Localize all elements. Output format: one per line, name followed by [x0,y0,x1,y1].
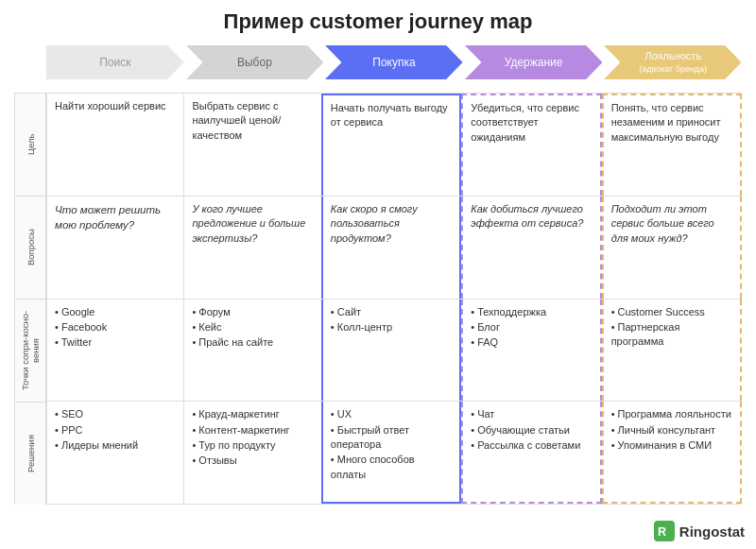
list-item: Customer Success [611,305,732,319]
list-tochki-3: Техподдержка Блог FAQ [471,305,592,351]
row-label-tsel: Цель [14,93,46,196]
cell-resheniya-4: Программа лояльности Личный консультант … [602,402,742,504]
list-item: Прайс на сайте [192,335,313,350]
stage-vybor: Выбор [186,45,324,79]
cell-resheniya-0: SEO PPC Лидеры мнений [46,402,183,504]
list-item: Много способов оплаты [331,453,452,482]
list-resheniya-4: Программа лояльности Личный консультант … [611,407,732,453]
list-item: FAQ [471,335,592,350]
cell-tsel-1: Выбрать сервис с наилучшей ценой/качеств… [183,94,320,196]
row-label-resheniya: Решения [14,402,46,505]
stage-poisk-label: Поиск [92,56,138,69]
cell-tsel-2: Начать получать выгоду от сервиса [321,94,461,196]
cell-voprosy-3: Как добиться лучшего эффекта от сервиса? [461,197,601,299]
list-item: Партнерская программа [611,320,732,350]
list-item: Техподдержка [471,305,592,319]
cell-tsel-4: Понять, что сервис незаменим и приносит … [602,94,742,196]
logo-text: Ringostat [679,523,745,540]
list-item: SEO [55,407,176,421]
list-item: Отзывы [192,454,313,468]
row-tochki: Google Facebook Twitter Форум Кейс Прайс… [46,299,742,402]
stage-pokupka: Покупка [325,45,463,79]
stage-pokupka-label: Покупка [365,56,422,69]
list-item: Чат [471,407,592,421]
list-item: Рассылка с советами [471,438,592,453]
row-label-voprosy: Вопросы [14,196,46,299]
list-item: Тур по продукту [192,438,313,453]
list-item: Блог [471,320,592,335]
cell-tochki-1: Форум Кейс Прайс на сайте [183,300,320,402]
list-item: Лидеры мнений [55,438,176,453]
list-resheniya-3: Чат Обучающие статьи Рассылка с советами [471,407,592,453]
cell-voprosy-2: Как скоро я смогу пользоваться продуктом… [321,197,461,299]
row-voprosy: Что может решить мою проблему? У кого лу… [46,196,742,299]
stage-loyalnost: Лояльность(адвокат бренда) [604,45,742,79]
svg-text:R: R [658,525,666,539]
stage-uderzhanie: Удержание [465,45,603,79]
cell-resheniya-1: Крауд-маркетинг Контент-маркетинг Тур по… [183,402,320,504]
list-resheniya-2: UX Быстрый ответ оператора Много способо… [331,407,452,482]
list-item: PPC [55,423,176,437]
list-tochki-1: Форум Кейс Прайс на сайте [192,305,313,351]
page-title: Пример customer journey map [14,9,742,34]
row-labels-col: Цель Вопросы Точки сопри-косно-вения Реш… [14,42,46,505]
cell-resheniya-3: Чат Обучающие статьи Рассылка с советами [461,402,601,504]
list-item: Кейс [192,320,313,335]
stages-row: Поиск Выбор Покупка [46,42,742,93]
list-resheniya-1: Крауд-маркетинг Контент-маркетинг Тур по… [192,407,313,469]
row-label-tochki: Точки сопри-косно-вения [14,299,46,402]
row-tsel: Найти хороший сервис Выбрать сервис с на… [46,93,742,196]
list-item: Программа лояльности [611,407,732,421]
list-item: Крауд-маркетинг [192,407,313,421]
stage-uderzhanie-label: Удержание [497,56,571,69]
cell-voprosy-0: Что может решить мою проблему? [46,197,183,299]
row-resheniya: SEO PPC Лидеры мнений Крауд-маркетинг Ко… [46,401,742,505]
cell-resheniya-2: UX Быстрый ответ оператора Много способо… [321,402,461,504]
list-item: Google [55,305,176,319]
cell-tsel-3: Убедиться, что сервис соответствует ожид… [461,94,601,196]
cell-tochki-3: Техподдержка Блог FAQ [461,300,601,402]
list-item: Контент-маркетинг [192,423,313,437]
page: Пример customer journey map Цель Вопросы… [0,0,756,549]
ringostat-logo-icon: R [654,521,675,541]
cell-voprosy-4: Подходит ли этот сервис больше всего для… [602,197,742,299]
list-item: Facebook [55,320,176,335]
cell-tochki-4: Customer Success Партнерская программа [602,300,742,402]
list-item: Быстрый ответ оператора [331,423,452,453]
list-item: Упоминания в СМИ [611,438,732,453]
list-item: Twitter [55,335,176,350]
list-item: Сайт [331,305,452,319]
cell-voprosy-1: У кого лучшее предложение и больше экспе… [183,197,320,299]
cell-tochki-0: Google Facebook Twitter [46,300,183,402]
list-item: UX [331,407,452,421]
list-item: Форум [192,305,313,319]
stage-vybor-label: Выбор [230,56,280,69]
stage-loyalnost-label: Лояльность(адвокат бренда) [631,50,714,75]
list-item: Обучающие статьи [471,423,592,437]
logo-area: R Ringostat [654,521,745,541]
list-item: Личный консультант [611,423,732,437]
list-tochki-2: Сайт Колл-центр [331,305,452,335]
list-resheniya-0: SEO PPC Лидеры мнений [55,407,176,453]
cell-tsel-0: Найти хороший сервис [46,94,183,196]
stage-poisk: Поиск [46,45,184,79]
list-tochki-0: Google Facebook Twitter [55,305,176,351]
list-tochki-4: Customer Success Партнерская программа [611,305,732,350]
cell-tochki-2: Сайт Колл-центр [321,300,461,402]
list-item: Колл-центр [331,320,452,335]
